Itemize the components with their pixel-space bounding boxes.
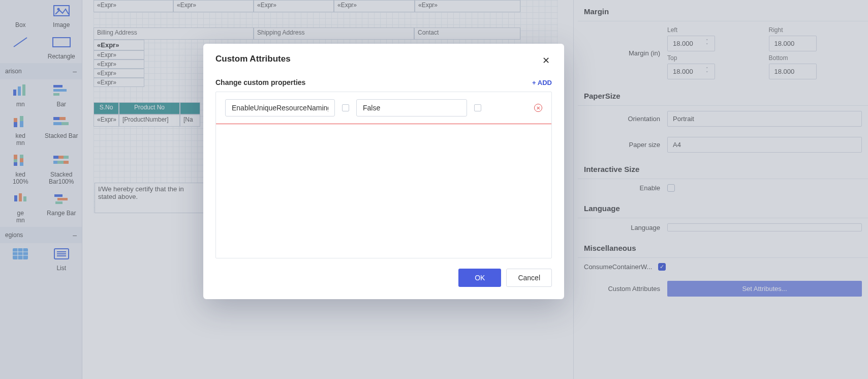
attribute-name-checkbox[interactable] <box>342 104 349 111</box>
dialog-subtitle: Change custom properties <box>215 78 305 86</box>
attributes-list: ✕ <box>215 92 552 258</box>
delete-attribute-button[interactable]: ✕ <box>534 104 542 112</box>
close-button[interactable]: ✕ <box>540 54 552 67</box>
attribute-value-checkbox[interactable] <box>474 104 481 111</box>
attribute-row: ✕ <box>215 92 552 124</box>
attribute-name-input[interactable] <box>225 99 335 116</box>
close-icon: ✕ <box>542 55 550 66</box>
cancel-button[interactable]: Cancel <box>506 269 552 287</box>
ok-button[interactable]: OK <box>458 269 501 287</box>
add-button[interactable]: + ADD <box>532 79 552 86</box>
attribute-value-input[interactable] <box>356 99 467 116</box>
custom-attributes-dialog: Custom Attributes ✕ Change custom proper… <box>203 44 564 299</box>
delete-icon: ✕ <box>536 105 540 111</box>
dialog-title: Custom Attributes <box>215 54 291 64</box>
